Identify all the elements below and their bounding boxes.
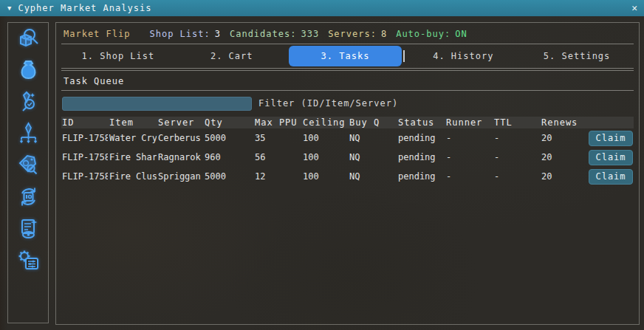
tab-bar: 1. Shop List 2. Cart 3. Tasks 4. History… bbox=[61, 45, 634, 67]
claim-button[interactable]: Claim bbox=[589, 169, 633, 185]
filter-input[interactable] bbox=[62, 97, 252, 111]
crystal-tree-icon[interactable] bbox=[17, 122, 40, 145]
main-panel: Market Flip Shop List:3 Candidates:333 S… bbox=[55, 22, 640, 325]
tab-history[interactable]: 4. History bbox=[406, 46, 520, 66]
gear-sliders-icon[interactable] bbox=[17, 249, 40, 272]
collapse-icon[interactable]: ▼ bbox=[7, 4, 11, 12]
claim-button[interactable]: Claim bbox=[589, 150, 633, 165]
search-item-icon[interactable] bbox=[17, 27, 40, 49]
plugin-window: ▼ Cypher Market Analysis ✕ bbox=[0, 0, 644, 330]
text-caret bbox=[403, 50, 405, 62]
table-row: FLIP-1758 Fire Clus Spriggan 5000 12 100… bbox=[61, 167, 634, 186]
filter-row: Filter (ID/Item/Server) bbox=[61, 96, 634, 111]
table-row: FLIP-1758 Water Cry Cerberus 5000 35 100… bbox=[61, 128, 634, 148]
tag-search-icon[interactable] bbox=[17, 154, 40, 176]
claim-button[interactable]: Claim bbox=[589, 131, 633, 146]
section-title: Task Queue bbox=[64, 76, 634, 86]
money-bag-icon[interactable] bbox=[17, 58, 40, 81]
filter-label: Filter (ID/Item/Server) bbox=[258, 98, 398, 109]
status-line: Market Flip Shop List:3 Candidates:333 S… bbox=[61, 27, 634, 41]
stat-shop-list: Shop List:3 bbox=[149, 29, 220, 39]
close-icon[interactable]: ✕ bbox=[631, 2, 637, 13]
separator bbox=[61, 44, 634, 44]
tab-tasks[interactable]: 3. Tasks bbox=[289, 46, 402, 66]
separator bbox=[61, 70, 634, 71]
stat-servers: Servers:8 bbox=[328, 29, 387, 39]
window-title: Cypher Market Analysis bbox=[18, 3, 151, 13]
stat-candidates: Candidates:333 bbox=[230, 29, 319, 39]
tab-shop-list[interactable]: 1. Shop List bbox=[61, 46, 175, 66]
crystal-inspect-icon[interactable] bbox=[17, 90, 40, 113]
tab-cart[interactable]: 2. Cart bbox=[175, 46, 289, 66]
sync-box-icon[interactable] bbox=[17, 185, 40, 208]
separator bbox=[61, 90, 634, 91]
task-table: ID Item Server Qty Max PPU Ceiling Buy Q… bbox=[61, 117, 634, 186]
stat-auto-buy: Auto-buy:ON bbox=[396, 29, 467, 39]
mode-title: Market Flip bbox=[64, 29, 130, 39]
table-header-row: ID Item Server Qty Max PPU Ceiling Buy Q… bbox=[61, 117, 634, 128]
watchlist-doc-icon[interactable] bbox=[17, 217, 40, 240]
table-row: FLIP-1758 Fire Shar Ragnarok 960 56 100 … bbox=[61, 148, 634, 167]
separator bbox=[61, 68, 634, 69]
sidebar bbox=[7, 22, 49, 323]
title-bar: ▼ Cypher Market Analysis ✕ bbox=[0, 0, 644, 16]
tab-settings[interactable]: 5. Settings bbox=[520, 46, 634, 66]
